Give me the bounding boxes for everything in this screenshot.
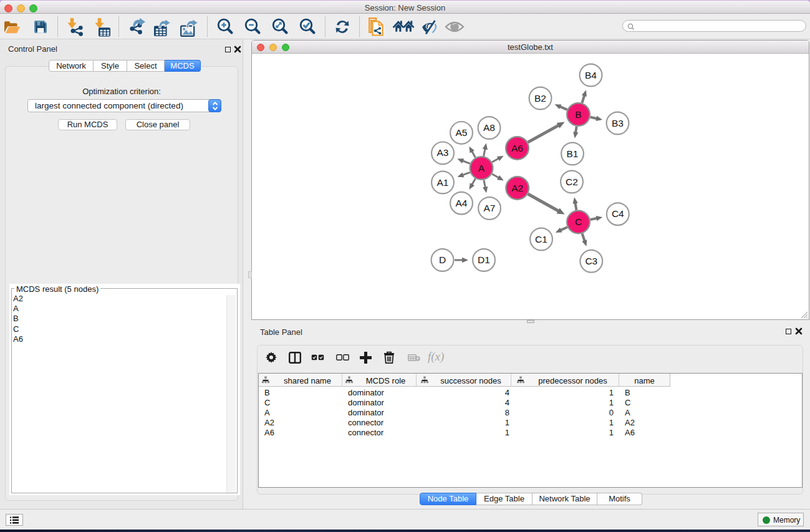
svg-text:B2: B2 bbox=[534, 93, 546, 104]
svg-text:A2: A2 bbox=[511, 183, 523, 193]
svg-text:C: C bbox=[575, 216, 582, 227]
svg-text:C4: C4 bbox=[612, 208, 624, 219]
svg-text:D: D bbox=[439, 254, 446, 265]
svg-text:A1: A1 bbox=[437, 177, 449, 188]
svg-text:C2: C2 bbox=[566, 177, 578, 187]
svg-text:B4: B4 bbox=[585, 70, 597, 80]
svg-text:A4: A4 bbox=[456, 198, 468, 208]
svg-text:A7: A7 bbox=[484, 203, 496, 213]
svg-text:B: B bbox=[575, 109, 581, 120]
svg-text:A5: A5 bbox=[456, 127, 468, 138]
svg-text:A: A bbox=[478, 163, 485, 173]
svg-text:C1: C1 bbox=[535, 234, 547, 244]
svg-text:A8: A8 bbox=[483, 122, 495, 133]
svg-text:B3: B3 bbox=[612, 118, 624, 128]
svg-text:B1: B1 bbox=[567, 148, 579, 159]
svg-text:A3: A3 bbox=[437, 147, 449, 158]
svg-text:D1: D1 bbox=[478, 254, 490, 265]
svg-text:C3: C3 bbox=[585, 256, 597, 266]
svg-text:A6: A6 bbox=[511, 143, 523, 153]
